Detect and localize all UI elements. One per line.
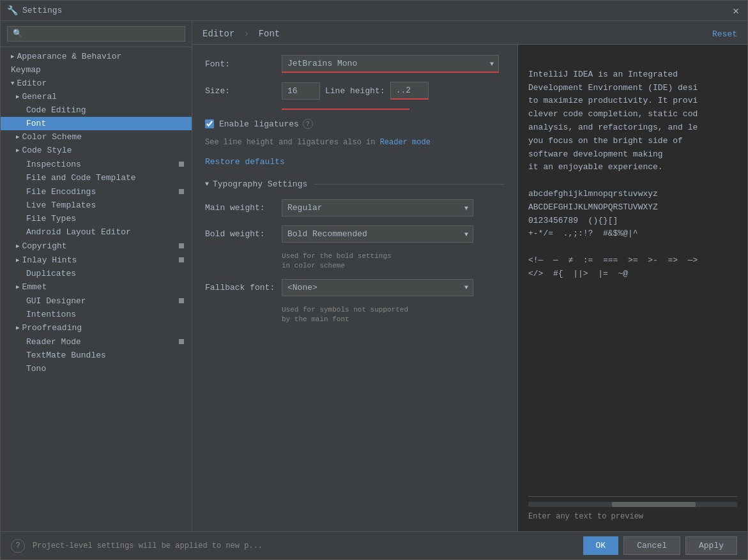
breadcrumb-current: Font [259, 29, 280, 39]
footer-hint: Project-level settings will be applied t… [33, 541, 263, 550]
sidebar-item-live-templates[interactable]: Live Templates [1, 199, 192, 212]
size-label: Size: [205, 86, 282, 96]
sidebar-item-font[interactable]: Font [1, 117, 192, 130]
main-weight-select-wrapper: Regular Thin Light Medium Bold [282, 199, 473, 216]
fallback-select-wrapper: <None> Arial Helvetica [282, 279, 473, 296]
sidebar-item-label: Intentions [26, 310, 76, 319]
line-height-label: Line height: [325, 86, 385, 96]
breadcrumb-separator: › [244, 29, 249, 39]
sidebar-item-label: Code Editing [26, 105, 86, 115]
section-divider [314, 184, 505, 185]
sidebar-item-file-encodings[interactable]: File Encodings [1, 185, 192, 199]
sidebar-item-android-layout-editor[interactable]: Android Layout Editor [1, 225, 192, 239]
section-toggle-icon: ▼ [205, 181, 209, 188]
sidebar-item-label: Font [26, 119, 46, 128]
fallback-select[interactable]: <None> Arial Helvetica [282, 279, 473, 296]
sidebar-item-label: Color Scheme [22, 132, 82, 142]
reset-button[interactable]: Reset [712, 29, 737, 39]
font-select[interactable]: JetBrains Mono Consolas Courier New Fira… [282, 55, 499, 73]
help-button[interactable]: ? [11, 539, 25, 553]
gui-designer-badge [176, 296, 187, 306]
bold-weight-row: Bold weight: Bold Recommended Thin Light… [205, 225, 505, 243]
panel-content: Font: JetBrains Mono Consolas Courier Ne… [192, 45, 747, 531]
sidebar-item-color-scheme[interactable]: Color Scheme [1, 130, 192, 144]
sidebar-item-code-editing[interactable]: Code Editing [1, 103, 192, 117]
sidebar-item-label: Keymap [11, 65, 41, 75]
font-select-wrapper: JetBrains Mono Consolas Courier New Fira… [282, 55, 499, 73]
ok-button[interactable]: OK [583, 536, 619, 555]
panel-header: Editor › Font Reset [192, 21, 747, 45]
restore-defaults-link[interactable]: Restore defaults [205, 157, 505, 167]
fallback-label: Fallback font: [205, 283, 282, 292]
sidebar-item-label: Inlay Hints [22, 255, 77, 265]
sidebar-item-label: Proofreading [22, 323, 82, 333]
sidebar-item-inlay-hints[interactable]: Inlay Hints [1, 253, 192, 267]
sidebar-item-file-types[interactable]: File Types [1, 212, 192, 225]
sidebar-item-general[interactable]: General [1, 90, 192, 103]
sidebar-item-label: Inspections [26, 160, 81, 169]
reader-mode-link[interactable]: Reader mode [380, 138, 431, 147]
sidebar: Appearance & Behavior Keymap Editor Gene… [1, 21, 192, 531]
bold-weight-select-wrapper: Bold Recommended Thin Light Regular Medi… [282, 225, 473, 243]
sidebar-item-emmet[interactable]: Emmet [1, 280, 192, 294]
sidebar-item-gui-designer[interactable]: GUI Designer [1, 294, 192, 308]
sidebar-item-reader-mode[interactable]: Reader Mode [1, 335, 192, 349]
ligatures-label: Enable ligatures [219, 119, 299, 129]
help-icon[interactable]: ? [303, 119, 313, 129]
main-weight-row: Main weight: Regular Thin Light Medium B… [205, 199, 505, 216]
app-icon: 🔧 [7, 6, 17, 16]
apply-button[interactable]: Apply [685, 536, 737, 555]
typography-section-header[interactable]: ▼ Typography Settings [205, 179, 505, 189]
preview-input-area: Enter any text to preview [528, 496, 737, 521]
main-weight-label: Main weight: [205, 203, 282, 213]
sidebar-item-label: File and Code Template [26, 173, 136, 183]
cancel-button[interactable]: Cancel [623, 536, 680, 555]
breadcrumb-root: Editor [202, 29, 234, 39]
ligatures-row: Enable ligatures ? [205, 119, 505, 129]
sidebar-item-label: File Types [26, 214, 76, 223]
preview-scrollbar[interactable] [528, 502, 737, 507]
bold-weight-select[interactable]: Bold Recommended Thin Light Regular Medi… [282, 225, 473, 243]
sidebar-item-keymap[interactable]: Keymap [1, 63, 192, 77]
size-input[interactable] [282, 82, 320, 100]
sidebar-item-copyright[interactable]: Copyright [1, 239, 192, 253]
sidebar-item-label: Android Layout Editor [26, 227, 131, 237]
file-encodings-badge [176, 186, 187, 197]
sidebar-item-label: Editor [17, 79, 47, 88]
svg-rect-5 [179, 339, 184, 344]
fallback-hint: Used for symbols not supported by the ma… [282, 305, 505, 325]
size-row: Size: Line height: [205, 82, 505, 100]
main-panel: Editor › Font Reset Font: JetBrains Mono [192, 21, 747, 531]
sidebar-item-intentions[interactable]: Intentions [1, 308, 192, 321]
sidebar-item-duplicates[interactable]: Duplicates [1, 267, 192, 280]
sidebar-item-label: Reader Mode [26, 337, 81, 347]
sidebar-item-proofreading[interactable]: Proofreading [1, 321, 192, 335]
sidebar-item-label: Copyright [22, 241, 66, 251]
main-weight-select[interactable]: Regular Thin Light Medium Bold [282, 199, 473, 216]
svg-rect-0 [179, 162, 184, 167]
svg-rect-1 [179, 189, 184, 194]
sidebar-item-file-code-template[interactable]: File and Code Template [1, 171, 192, 185]
ligatures-checkbox[interactable] [205, 119, 214, 128]
sidebar-item-tono[interactable]: Tono [1, 362, 192, 375]
title-bar: 🔧 Settings ✕ [1, 1, 747, 21]
close-button[interactable]: ✕ [731, 6, 741, 16]
search-input[interactable] [7, 26, 185, 42]
font-label: Font: [205, 59, 282, 69]
sidebar-item-appearance[interactable]: Appearance & Behavior [1, 50, 192, 63]
copyright-badge [176, 241, 187, 251]
svg-rect-3 [179, 257, 184, 262]
sidebar-item-inspections[interactable]: Inspections [1, 157, 192, 171]
sidebar-item-textmate-bundles[interactable]: TextMate Bundles [1, 349, 192, 362]
sidebar-item-label: Emmet [22, 282, 47, 292]
sidebar-item-editor[interactable]: Editor [1, 77, 192, 90]
hint-text: See line height and ligatures also in Re… [205, 138, 505, 147]
preview-description: IntelliJ IDEA is an Integrated Developme… [528, 55, 737, 488]
fallback-font-row: Fallback font: <None> Arial Helvetica [205, 279, 505, 296]
preview-panel: IntelliJ IDEA is an Integrated Developme… [517, 45, 747, 531]
preview-enter-text: Enter any text to preview [528, 512, 737, 521]
search-bar [1, 21, 192, 47]
settings-form: Font: JetBrains Mono Consolas Courier Ne… [192, 45, 517, 531]
sidebar-item-code-style[interactable]: Code Style [1, 144, 192, 157]
line-height-input[interactable] [390, 82, 429, 100]
